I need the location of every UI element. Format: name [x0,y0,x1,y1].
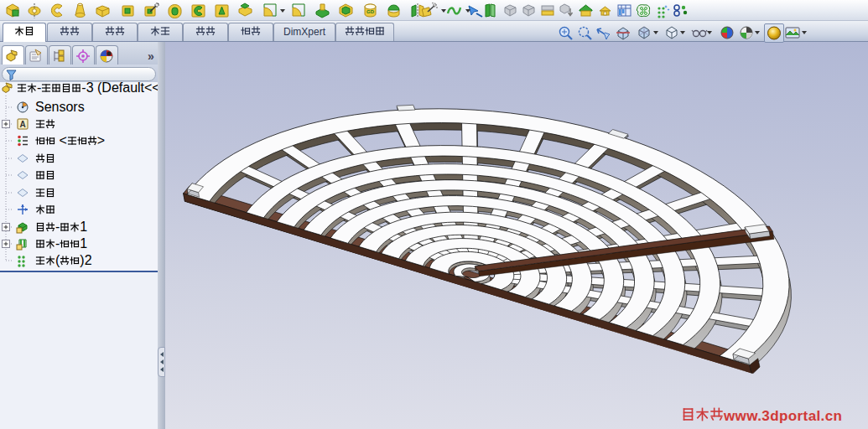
svg-text:A: A [20,120,26,129]
svg-text:GD: GD [366,9,375,14]
